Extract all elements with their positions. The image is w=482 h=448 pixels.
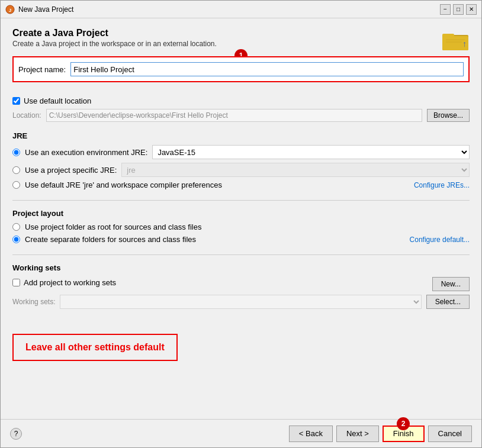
- jre-option2-row: Use a project specific JRE: jre: [12, 163, 470, 177]
- folder-icon: ↑: [441, 28, 470, 51]
- project-name-input[interactable]: [70, 62, 464, 76]
- project-name-row: Project name:: [18, 62, 464, 76]
- maximize-button[interactable]: □: [453, 4, 464, 15]
- cancel-button[interactable]: Cancel: [428, 426, 472, 442]
- divider2: [12, 254, 470, 255]
- title-bar: J New Java Project − □ ✕: [1, 1, 481, 18]
- window-title: New Java Project: [18, 5, 73, 14]
- svg-text:J: J: [9, 8, 11, 13]
- finish-button-wrapper: 2 Finish: [383, 426, 425, 442]
- jre-specific-dropdown: jre: [121, 163, 470, 177]
- use-default-location-label: Use default location: [24, 96, 91, 105]
- add-to-working-sets-label: Add project to working sets: [24, 278, 116, 287]
- browse-button[interactable]: Browse...: [427, 109, 470, 122]
- project-name-label: Project name:: [18, 65, 66, 74]
- title-bar-controls: − □ ✕: [440, 4, 477, 15]
- close-button[interactable]: ✕: [466, 4, 477, 15]
- working-sets-row: Working sets: Select...: [12, 295, 470, 309]
- jre-option2-radio[interactable]: [12, 166, 20, 174]
- page-header-text: Create a Java Project Create a Java proj…: [12, 28, 217, 48]
- use-default-location-row: Use default location: [12, 96, 470, 105]
- content-area: Create a Java Project Create a Java proj…: [1, 18, 481, 419]
- minimize-button[interactable]: −: [440, 4, 451, 15]
- configure-jres-link[interactable]: Configure JREs...: [414, 181, 470, 189]
- jre-option2-label: Use a project specific JRE:: [25, 166, 117, 175]
- step2-badge: 2: [397, 417, 410, 430]
- jre-option1-row: Use an execution environment JRE: JavaSE…: [12, 145, 470, 159]
- project-name-section: Project name:: [12, 56, 470, 82]
- add-to-working-sets-checkbox[interactable]: [12, 279, 20, 286]
- jre-dropdown[interactable]: JavaSE-15: [152, 145, 470, 159]
- footer-right: < Back Next > 2 Finish Cancel: [289, 426, 472, 442]
- help-button[interactable]: ?: [10, 428, 22, 440]
- layout-option2-label: Create separate folders for sources and …: [25, 235, 196, 244]
- jre-option3-label: Use default JRE 'jre' and workspace comp…: [25, 181, 222, 189]
- project-layout-title: Project layout: [12, 209, 470, 218]
- page-title: Create a Java Project: [12, 28, 217, 38]
- layout-option1-row: Use project folder as root for sources a…: [12, 223, 470, 231]
- back-button[interactable]: < Back: [289, 426, 333, 442]
- annotation-box: Leave all other settings default: [12, 334, 178, 361]
- page-header: Create a Java Project Create a Java proj…: [12, 28, 470, 51]
- title-bar-left: J New Java Project: [5, 5, 73, 14]
- annotation-text: Leave all other settings default: [25, 342, 165, 352]
- jre-option3-radio[interactable]: [12, 181, 20, 189]
- layout-option1-label: Use project folder as root for sources a…: [25, 223, 201, 231]
- location-input[interactable]: [46, 109, 422, 122]
- jre-section-title: JRE: [12, 131, 470, 140]
- jre-option1-label: Use an execution environment JRE:: [25, 148, 147, 157]
- jre-option1-radio[interactable]: [12, 149, 20, 156]
- add-to-working-sets-row: Add project to working sets: [12, 278, 432, 287]
- window: J New Java Project − □ ✕ Create a Java P…: [0, 0, 482, 448]
- configure-default-link[interactable]: Configure default...: [410, 236, 470, 244]
- footer: ? < Back Next > 2 Finish Cancel: [1, 419, 481, 447]
- java-icon: J: [5, 5, 15, 14]
- footer-left: ?: [10, 428, 22, 440]
- layout-option1-radio[interactable]: [12, 223, 20, 231]
- layout-option2-radio[interactable]: [12, 236, 20, 243]
- working-sets-label: Working sets:: [12, 298, 55, 306]
- use-default-location-checkbox[interactable]: [12, 97, 20, 105]
- working-sets-dropdown: [60, 295, 421, 309]
- working-sets-title: Working sets: [12, 263, 470, 272]
- location-label: Location:: [12, 111, 41, 120]
- select-working-set-button[interactable]: Select...: [426, 295, 470, 309]
- page-subtitle: Create a Java project in the workspace o…: [12, 40, 217, 48]
- next-button[interactable]: Next >: [336, 426, 379, 442]
- location-row: Location: Browse...: [12, 109, 470, 122]
- new-working-set-button[interactable]: New...: [432, 277, 470, 291]
- divider1: [12, 200, 470, 201]
- svg-text:↑: ↑: [462, 39, 467, 49]
